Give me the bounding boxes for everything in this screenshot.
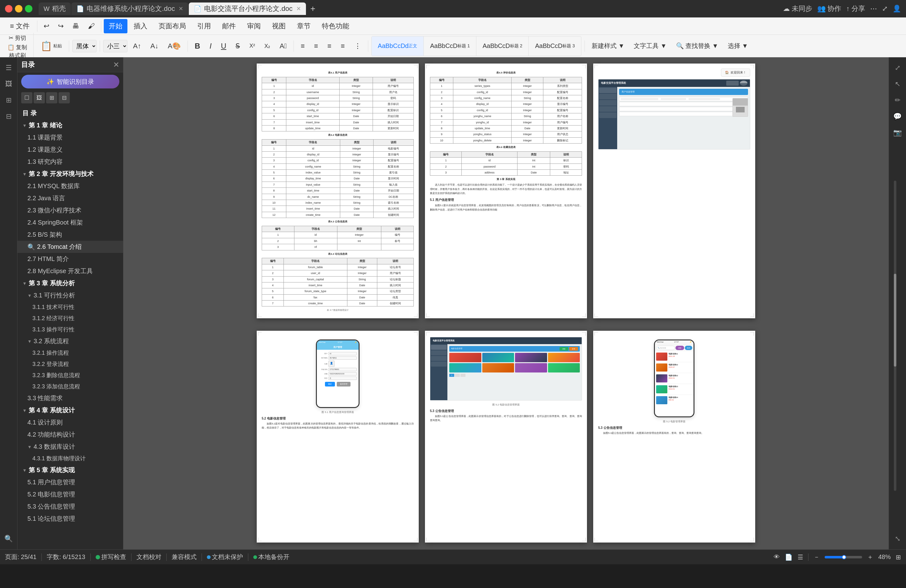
btn-copy[interactable]: 📋 复制 (4, 44, 31, 51)
toc-4-3-1[interactable]: 4.3.1 数据库物理设计 (18, 453, 123, 464)
btn-align-center[interactable]: ≡ (310, 38, 322, 54)
style-heading3[interactable]: AaBbCcD 标题 3 (529, 37, 581, 56)
tab-doc1-close[interactable]: ✕ (179, 5, 183, 12)
toc-grid-icon[interactable]: ⊞ (46, 92, 57, 104)
status-view-icon[interactable]: 👁 (774, 553, 780, 561)
zoom-out-btn[interactable]: － (813, 553, 820, 561)
ai-toc-button[interactable]: ✨ 智能识别目录 (21, 75, 119, 88)
close-button[interactable] (5, 5, 13, 13)
toc-2-1[interactable]: 2.1 MYSQL 数据库 (18, 180, 123, 192)
btn-print[interactable]: 🖶 (69, 19, 83, 33)
toc-2-5[interactable]: 2.5 B/S 架构 (18, 229, 123, 241)
toc-3-2-2[interactable]: 3.2.2 登录流程 (18, 359, 123, 370)
font-size-up[interactable]: A↑ (129, 38, 145, 54)
toc-3-1-2[interactable]: 3.1.2 经济可行性 (18, 313, 123, 324)
toc-2-4[interactable]: 2.4 SpringBoot 框架 (18, 217, 123, 229)
left-icon-nav[interactable]: ⊟ (2, 110, 16, 123)
font-family-select[interactable]: 黑体 (72, 40, 97, 52)
page-size-icon[interactable]: ⊞ (896, 553, 901, 561)
mobile-confirm-btn[interactable]: 确定 (325, 382, 335, 387)
font-size-down[interactable]: A↓ (147, 38, 162, 54)
btn-bold[interactable]: B (191, 38, 204, 54)
left-icon-img[interactable]: 🖼 (2, 77, 16, 91)
right-icon-cursor[interactable]: ↖ (891, 77, 904, 91)
right-icon-expand[interactable]: ⤢ (891, 61, 904, 75)
left-icon-search[interactable]: 🔍 (2, 532, 16, 546)
toc-2-8[interactable]: 2.8 MyEclipse 开发工具 (18, 265, 123, 277)
collab-button[interactable]: 👥 协作 (817, 4, 841, 13)
left-icon-grid[interactable]: ⊞ (2, 93, 16, 107)
menu-view[interactable]: 视图 (267, 19, 291, 33)
toc-2-3[interactable]: 2.3 微信小程序技术 (18, 204, 123, 217)
status-doclevel[interactable]: 文档校对 (136, 553, 161, 561)
right-icon-screenshot[interactable]: 📷 (891, 126, 904, 140)
menu-chapter[interactable]: 章节 (292, 19, 316, 33)
zoom-in-btn[interactable]: ＋ (867, 553, 873, 561)
scroll-bar[interactable] (894, 181, 896, 491)
btn-text-clear[interactable]: A⃝ (276, 38, 290, 54)
more-button[interactable]: ⋯ (870, 5, 877, 13)
menu-start[interactable]: 开始 (104, 19, 128, 33)
menu-ref[interactable]: 引用 (192, 19, 216, 33)
toc-4-1[interactable]: 4.1 设计原则 (18, 416, 123, 429)
style-heading2[interactable]: AaBbCcD 标题 2 (476, 37, 529, 56)
status-doc-icon[interactable]: 📄 (785, 553, 793, 561)
btn-new-style[interactable]: 新建样式 ▼ (588, 38, 628, 54)
toc-5-3[interactable]: 5.3 公告信息管理 (18, 500, 123, 513)
sidebar-close-button[interactable]: ✕ (113, 61, 119, 69)
menu-file[interactable]: ≡ 文件 (5, 19, 35, 33)
toc-ch1-toggle[interactable]: ▼ (22, 123, 27, 128)
maximize-button[interactable] (25, 5, 32, 13)
btn-paste[interactable]: 📋粘贴 (37, 37, 66, 56)
btn-format-painter[interactable]: 🖌 (84, 19, 99, 33)
toc-4-2[interactable]: 4.2 功能结构设计 (18, 429, 123, 441)
right-icon-pencil[interactable]: ✏ (891, 93, 904, 107)
toc-3-1-1[interactable]: 3.1.1 技术可行性 (18, 301, 123, 313)
toc-1-2[interactable]: 1.2 课题意义 (18, 143, 123, 156)
btn-subscript[interactable]: X₂ (260, 38, 274, 54)
toc-3-3[interactable]: 3.3 性能需求 (18, 392, 123, 404)
toc-3-2[interactable]: ▼ 3.2 系统流程 (18, 335, 123, 347)
toc-ch1[interactable]: ▼ 第 1 章 绪论 (18, 119, 123, 131)
btn-list[interactable]: ⋮ (351, 38, 365, 54)
status-spellcheck[interactable]: 拼写检查 (96, 553, 126, 561)
toc-3-1[interactable]: ▼ 3.1 可行性分析 (18, 289, 123, 301)
toc-3-2-4[interactable]: 3.2.3 添加信息流程 (18, 381, 123, 392)
toc-ch2[interactable]: ▼ 第 2 章 开发环境与技术 (18, 168, 123, 180)
new-tab-button[interactable]: + (306, 4, 319, 14)
mobile-back-btn[interactable]: 返回管理 (337, 382, 351, 387)
btn-align-right[interactable]: ≡ (324, 38, 335, 54)
btn-underline[interactable]: U (217, 38, 230, 54)
toc-2-6[interactable]: 🔍2.6 Tomcat 介绍 (18, 241, 123, 253)
btn-redo[interactable]: ↪ (54, 19, 67, 33)
right-icon-expand2[interactable]: ⤡ (891, 532, 904, 546)
btn-undo[interactable]: ↩ (40, 19, 53, 33)
toc-5-1[interactable]: 5.1 用户信息管理 (18, 476, 123, 488)
menu-review[interactable]: 审阅 (242, 19, 266, 33)
toc-3-1-3[interactable]: 3.1.3 操作可行性 (18, 324, 123, 335)
menu-insert[interactable]: 插入 (129, 19, 152, 33)
btn-text-tools[interactable]: 文字工具 ▼ (630, 38, 670, 54)
toc-2-7[interactable]: 2.7 HTML 简介 (18, 253, 123, 265)
toc-checkbox[interactable]: ☐ (21, 92, 32, 104)
font-size-select[interactable]: 小三 (103, 40, 128, 52)
btn-cut[interactable]: ✂ 剪切 (5, 33, 30, 43)
menu-layout[interactable]: 页面布局 (153, 19, 191, 33)
window-expand[interactable]: ⤢ (882, 5, 888, 13)
status-list-icon[interactable]: ☰ (798, 553, 803, 561)
font-color-btn[interactable]: A🎨 (164, 38, 185, 54)
zoom-slider[interactable] (825, 556, 862, 558)
style-heading1[interactable]: AaBbCcD 标题 1 (424, 37, 476, 56)
scroll-thumb[interactable] (894, 274, 896, 367)
minimize-button[interactable] (15, 5, 22, 13)
toc-2-2[interactable]: 2.2 Java 语言 (18, 192, 123, 204)
toc-item-title[interactable]: 目 录 (18, 107, 123, 119)
toc-list-icon[interactable]: ⊟ (59, 92, 70, 104)
toc-4-3[interactable]: ▼ 4.3 数据库设计 (18, 441, 123, 453)
toc-5-1b[interactable]: 5.1 论坛信息管理 (18, 513, 123, 525)
toc-ch3-toggle[interactable]: ▼ (22, 281, 27, 286)
toc-5-2[interactable]: 5.2 电影信息管理 (18, 488, 123, 500)
btn-find-replace[interactable]: 🔍 查找替换 ▼ (672, 38, 722, 54)
toc-ch3[interactable]: ▼ 第 3 章 系统分析 (18, 277, 123, 289)
left-icon-menu[interactable]: ☰ (2, 61, 16, 75)
